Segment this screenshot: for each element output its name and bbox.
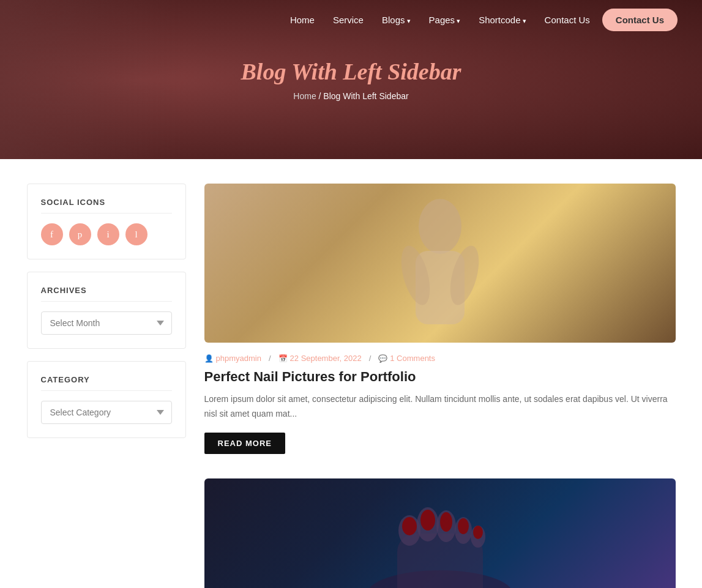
facebook-icon[interactable]: f — [41, 223, 63, 245]
blog-post-1-image — [204, 184, 676, 343]
blog-post-1-date: 📅 22 September, 2022 — [278, 354, 362, 363]
blog-post-1-image-placeholder — [204, 184, 676, 343]
blog-post-1-read-more[interactable]: READ MORE — [204, 433, 285, 454]
author-icon: 👤 — [204, 354, 214, 363]
category-select[interactable]: Select Category Nail Art Beauty Lifestyl… — [41, 401, 172, 424]
nav-blogs[interactable]: Blogs — [382, 15, 411, 25]
archives-section-title: ARCHIVES — [41, 286, 172, 302]
blog-post-2-image — [204, 478, 676, 588]
blog-post-1-comments: 💬 1 Comments — [378, 354, 435, 363]
category-card: CATEGORY Select Category Nail Art Beauty… — [27, 361, 186, 438]
breadcrumb-home[interactable]: Home — [293, 91, 316, 101]
svg-point-11 — [402, 517, 417, 535]
svg-point-15 — [473, 526, 483, 539]
hero-content: Blog With Left Sidebar Home / Blog With … — [241, 58, 461, 101]
breadcrumb: Home / Blog With Left Sidebar — [241, 91, 461, 101]
svg-point-13 — [440, 512, 452, 532]
social-icons-card: SOCIAL ICONS f p i l — [27, 184, 186, 259]
instagram-icon[interactable]: i — [97, 223, 119, 245]
meta-sep-2: / — [369, 354, 372, 363]
blog-post-1-excerpt: Lorem ipsum dolor sit amet, consectetur … — [204, 392, 676, 422]
comment-icon: 💬 — [378, 354, 387, 363]
blog-post-2-image-placeholder — [204, 478, 676, 588]
archives-select[interactable]: Select Month January 2023 February 2023 … — [41, 311, 172, 335]
nav-pages[interactable]: Pages — [429, 15, 461, 25]
blog-post-1-title[interactable]: Perfect Nail Pictures for Portfolio — [204, 369, 676, 385]
meta-sep-1: / — [269, 354, 271, 363]
svg-point-12 — [420, 510, 435, 530]
category-section-title: CATEGORY — [41, 375, 172, 391]
svg-point-14 — [458, 518, 469, 534]
blog-post-1-meta: 👤 phpmyadmin / 📅 22 September, 2022 / 💬 … — [204, 354, 676, 363]
archives-card: ARCHIVES Select Month January 2023 Febru… — [27, 272, 186, 349]
nav-contact[interactable]: Contact Us — [545, 15, 590, 25]
nav-shortcode[interactable]: Shortcode — [479, 15, 526, 25]
hero-title: Blog With Left Sidebar — [241, 58, 461, 85]
blog-post-2 — [204, 478, 676, 588]
breadcrumb-current: Blog With Left Sidebar — [323, 91, 408, 101]
nav-service[interactable]: Service — [333, 15, 364, 25]
contact-us-button[interactable]: Contact Us — [602, 9, 678, 31]
main-content: 👤 phpmyadmin / 📅 22 September, 2022 / 💬 … — [204, 184, 676, 588]
nav-home[interactable]: Home — [290, 15, 315, 25]
main-layout: SOCIAL ICONS f p i l ARCHIVES Select Mon… — [15, 159, 688, 588]
svg-point-0 — [419, 199, 461, 254]
calendar-icon: 📅 — [278, 354, 288, 363]
pinterest-icon[interactable]: p — [69, 223, 91, 245]
sidebar: SOCIAL ICONS f p i l ARCHIVES Select Mon… — [27, 184, 186, 450]
linkedin-icon[interactable]: l — [125, 223, 147, 245]
social-section-title: SOCIAL ICONS — [41, 198, 172, 214]
navbar: Home Service Blogs Pages Shortcode Conta… — [0, 0, 702, 40]
social-icons-list: f p i l — [41, 223, 172, 245]
blog-post-1-author: 👤 phpmyadmin — [204, 354, 261, 363]
blog-post-1: 👤 phpmyadmin / 📅 22 September, 2022 / 💬 … — [204, 184, 676, 454]
nav-links: Home Service Blogs Pages Shortcode Conta… — [290, 15, 590, 25]
